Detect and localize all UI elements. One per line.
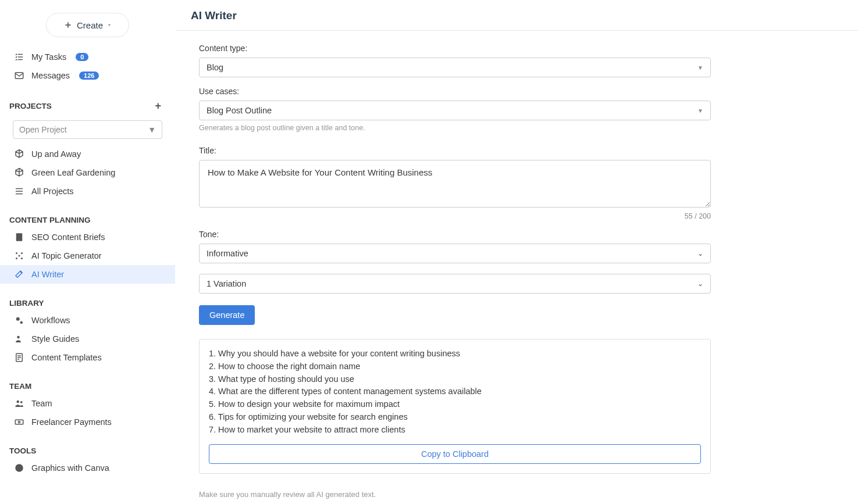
svg-rect-6 [16, 233, 23, 241]
chevron-down-icon: ▼ [148, 125, 156, 134]
generate-button[interactable]: Generate [199, 305, 255, 325]
select-value: 1 Variation [207, 279, 246, 288]
sparkle-icon [14, 251, 24, 261]
team-header: TEAM [0, 377, 175, 394]
svg-point-14 [17, 336, 20, 339]
sidebar-item-team[interactable]: Team [0, 394, 175, 413]
list-icon [14, 186, 24, 196]
title-input[interactable] [199, 160, 711, 208]
sidebar-item-project[interactable]: Green Leaf Gardening [0, 163, 175, 182]
sidebar-item-canva[interactable]: Graphics with Canva [0, 459, 175, 477]
sidebar-item-label: Workflows [31, 316, 70, 325]
cube-icon [14, 167, 24, 178]
sidebar-item-topic-generator[interactable]: AI Topic Generator [0, 246, 175, 265]
sidebar-item-label: SEO Content Briefs [31, 233, 105, 242]
sidebar-item-style-guides[interactable]: Style Guides [0, 330, 175, 348]
sidebar-item-seo-briefs[interactable]: SEO Content Briefs [0, 228, 175, 246]
tools-header: TOOLS [0, 442, 175, 459]
svg-point-11 [22, 258, 23, 259]
sidebar-item-all-projects[interactable]: All Projects [0, 182, 175, 201]
chevron-down-icon: ▼ [697, 108, 703, 114]
file-lines-icon [14, 352, 24, 363]
sidebar-item-label: AI Writer [31, 270, 64, 279]
canva-icon [14, 463, 24, 473]
tasks-icon [14, 52, 24, 62]
use-cases-help: Generates a blog post outline given a ti… [199, 124, 711, 132]
main-content: AI Writer Content type: Blog ▼ Use cases… [176, 0, 858, 504]
content-planning-header: CONTENT PLANNING [0, 211, 175, 228]
create-button[interactable]: Create [46, 13, 129, 37]
sidebar-item-label: Content Templates [31, 353, 102, 362]
form-area: Content type: Blog ▼ Use cases: Blog Pos… [176, 31, 734, 504]
tone-select[interactable]: Informative ⌄ [199, 244, 711, 263]
chevron-down-icon: ▼ [697, 65, 703, 71]
page-title: AI Writer [176, 0, 858, 31]
magic-wand-icon [14, 269, 24, 280]
cube-icon [14, 149, 24, 159]
section-title: CONTENT PLANNING [9, 216, 91, 224]
sidebar-item-freelancer-payments[interactable]: Freelancer Payments [0, 413, 175, 431]
chevron-down-icon: ⌄ [697, 249, 703, 258]
chevron-down-icon [106, 22, 112, 28]
sidebar-item-messages[interactable]: Messages 126 [0, 66, 175, 85]
projects-header: PROJECTS + [0, 95, 175, 116]
output-line: 5. How to design your website for maximu… [209, 398, 701, 411]
tone-label: Tone: [199, 230, 711, 239]
gears-icon [14, 315, 24, 326]
sidebar-item-label: AI Topic Generator [31, 251, 102, 260]
output-box: 1. Why you should have a website for you… [199, 339, 711, 474]
users-icon [14, 398, 24, 409]
select-value: Informative [207, 249, 248, 258]
svg-point-13 [20, 321, 23, 324]
chevron-down-icon: ⌄ [697, 280, 703, 288]
sidebar-item-label: Up and Away [31, 149, 81, 159]
svg-point-23 [15, 464, 23, 472]
disclaimer-text: Make sure you manually review all AI gen… [199, 490, 711, 499]
output-line: 6. Tips for optimizing your website for … [209, 411, 701, 424]
svg-point-12 [16, 317, 20, 321]
svg-point-22 [19, 421, 20, 423]
output-line: 1. Why you should have a website for you… [209, 348, 701, 360]
library-header: LIBRARY [0, 294, 175, 311]
svg-point-20 [20, 401, 23, 403]
sidebar-item-label: Graphics with Canva [31, 463, 109, 473]
svg-point-7 [19, 255, 20, 256]
svg-point-9 [22, 253, 23, 254]
svg-point-8 [16, 253, 17, 254]
cash-icon [14, 417, 24, 427]
svg-rect-21 [15, 420, 23, 424]
create-label: Create [77, 20, 103, 30]
sidebar-item-project[interactable]: Up and Away [0, 145, 175, 163]
use-cases-select[interactable]: Blog Post Outline ▼ [199, 101, 711, 120]
sidebar: Create My Tasks 0 Messages 126 PROJECTS … [0, 0, 176, 504]
char-count: 55 / 200 [199, 212, 711, 220]
use-cases-label: Use cases: [199, 87, 711, 96]
tasks-badge: 0 [76, 53, 88, 61]
section-title: LIBRARY [9, 299, 44, 308]
output-line: 3. What type of hosting should you use [209, 373, 701, 386]
sidebar-item-label: My Tasks [31, 52, 66, 62]
output-line: 4. What are the different types of conte… [209, 385, 701, 398]
select-value: Blog [207, 63, 223, 72]
copy-to-clipboard-button[interactable]: Copy to Clipboard [209, 444, 701, 464]
sidebar-item-ai-writer[interactable]: AI Writer [0, 265, 175, 284]
section-title: TOOLS [9, 446, 36, 455]
section-title: PROJECTS [9, 102, 52, 110]
content-type-select[interactable]: Blog ▼ [199, 58, 711, 77]
variation-select[interactable]: 1 Variation ⌄ [199, 274, 711, 294]
sidebar-item-content-templates[interactable]: Content Templates [0, 348, 175, 367]
section-title: TEAM [9, 382, 31, 391]
sidebar-item-my-tasks[interactable]: My Tasks 0 [0, 48, 175, 66]
select-value: Blog Post Outline [207, 106, 272, 115]
sidebar-item-label: Team [31, 399, 52, 408]
add-project-icon[interactable]: + [155, 100, 161, 112]
sidebar-item-workflows[interactable]: Workflows [0, 311, 175, 330]
messages-badge: 126 [79, 72, 99, 80]
title-label: Title: [199, 146, 711, 155]
user-edit-icon [14, 334, 24, 344]
envelope-icon [14, 70, 24, 81]
sidebar-item-label: Messages [31, 71, 70, 80]
select-placeholder: Open Project [19, 125, 67, 134]
sidebar-item-label: Freelancer Payments [31, 417, 112, 427]
open-project-select[interactable]: Open Project ▼ [13, 120, 162, 139]
